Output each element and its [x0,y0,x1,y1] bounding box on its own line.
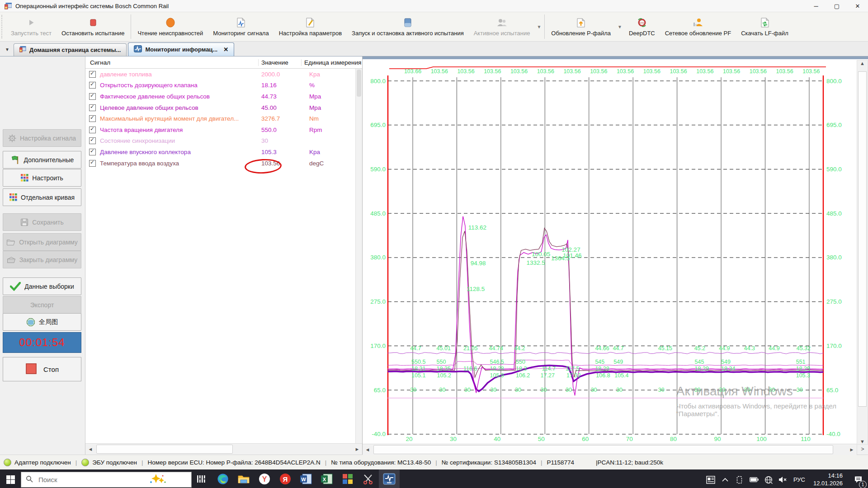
window-title: Операционный интерфейс системы Bosch Com… [15,3,169,9]
tab-home[interactable]: Домашняя страница системы... [14,43,127,56]
search-input[interactable] [38,475,143,484]
taskbar-icon-explorer[interactable] [233,469,254,488]
network-globe-icon[interactable] [762,469,775,488]
table-vertical-scrollbar[interactable] [355,69,362,443]
scroll-left-arrow[interactable]: ◄ [363,444,373,455]
taskbar-icon-taskview[interactable] [192,469,212,488]
row-checkbox[interactable] [89,93,96,100]
sidebar-button-отдельная-кривая[interactable]: Отдельная кривая [3,188,81,206]
row-checkbox[interactable] [89,82,96,89]
widgets-icon[interactable] [704,469,717,488]
svg-text:105.9: 105.9 [490,372,504,379]
svg-text:18.31: 18.31 [411,366,425,372]
toolbar-grip[interactable] [1,15,5,38]
toolbar-button-остановить-испытание[interactable]: Остановить испытание [57,12,129,41]
taskbar-clock[interactable]: 14:16 12.01.2026 [809,472,847,487]
row-checkbox[interactable] [89,137,96,144]
chart-horizontal-scrollbar[interactable]: ◄ ► [363,444,857,455]
phone-link-icon[interactable] [733,469,746,488]
svg-text:103.56: 103.56 [590,68,607,75]
volume-muted-icon[interactable] [776,469,790,488]
scroll-up-arrow[interactable]: ▲ [860,61,865,66]
word-icon: W [300,474,312,486]
close-button[interactable]: ✕ [847,0,868,12]
taskbar-icon-word[interactable]: W [296,469,316,488]
taskbar-search-box[interactable] [21,472,192,488]
status-item: Номер версии ECU: Номер P-файла: 2648B4D… [147,459,320,466]
row-checkbox[interactable] [89,127,96,133]
signal-chart[interactable]: 800.0800.0695.0695.0590.0590.0485.0485.0… [363,59,854,446]
toolbar-button-запуск-и-остановка-активного-испытания[interactable]: Запуск и остановка активного испытания [347,12,469,41]
toolbar-button-настройка-параметров[interactable]: Настройка параметров [274,12,347,41]
svg-text:551: 551 [796,359,806,365]
chevron-up-icon[interactable] [718,469,732,488]
maximize-button[interactable]: ▢ [826,0,847,12]
taskbar-icon-edge[interactable] [212,469,233,488]
status-separator: | [540,459,543,466]
dropdown-arrow-icon[interactable]: ▼ [616,12,624,41]
scroll-left-arrow[interactable]: ◄ [85,444,95,455]
toolbar-button-сетевое-обновление-pf[interactable]: Сетевое обновление PF [660,12,736,41]
taskbar-icon-winrar[interactable] [337,469,358,488]
row-checkbox[interactable] [89,149,96,155]
table-row[interactable]: Давление впускного коллектора105.3Kpa [85,146,362,158]
toolbar-button-мониторинг-сигнала[interactable]: Мониторинг сигнала [208,12,274,41]
taskbar-icon-yandex[interactable]: Я [275,469,296,488]
sidebar: Настройка сигналаДополнительныеНастроить… [0,56,85,455]
tab-list-dropdown[interactable]: ▼ [3,45,12,54]
table-row[interactable]: Температура ввода воздуха103.56degC [85,158,362,169]
floppy-icon [20,218,28,226]
table-horizontal-scrollbar[interactable]: ◄ ► [85,443,362,455]
chart-vertical-scrollbar[interactable]: ▲ ▼ [857,60,868,445]
row-checkbox[interactable] [89,71,96,78]
language-indicator[interactable]: РУС [791,476,808,483]
sidebar-button-данные-выборки[interactable]: Данные выборки [3,277,81,295]
table-row[interactable]: Частота вращения двигателя550.0Rpm [85,124,362,136]
table-row[interactable]: Состояние синхронизации30 [85,136,362,147]
start-button[interactable] [0,469,21,488]
title-bar: Операционный интерфейс системы Bosch Com… [0,0,868,12]
svg-text:103.56: 103.56 [484,68,501,75]
row-checkbox[interactable] [89,115,96,122]
signal-table-body: давление топлива2000.0KpaОткрытость дози… [85,69,362,443]
taskbar-icon-app-wave[interactable] [379,469,400,488]
taskbar-icon-ybrowser[interactable]: Y [254,469,275,488]
status-text: № типа оборудования: MC13.48-50 [331,459,431,466]
sidebar-button-全局图[interactable]: 全局图 [3,313,81,331]
table-row[interactable]: давление топлива2000.0Kpa [85,69,362,80]
table-row[interactable]: Фактическое давление общих рельсов44.73M… [85,91,362,102]
sidebar-button-настроить[interactable]: Настроить [3,169,81,187]
dropdown-arrow-icon[interactable]: ▼ [535,12,543,41]
table-row[interactable]: Целевое давление общих рельсов45.00Mpa [85,102,362,113]
yandex-icon: Я [279,473,291,487]
sidebar-button-label: Сохранить [32,219,64,226]
svg-text:117.5: 117.5 [566,366,579,372]
svg-text:30: 30 [616,387,623,393]
scroll-corner-button[interactable]: > [857,444,868,455]
battery-icon[interactable] [747,469,761,488]
toolbar-button-обновление-p-файла[interactable]: Обновление P-файла [546,12,616,41]
tab-monitoring[interactable]: Мониторинг информац...✕ [128,42,234,56]
status-separator: | [324,459,328,466]
scroll-right-arrow[interactable]: ► [352,444,362,455]
signal-value: 105.3 [257,149,304,155]
toolbar-button-чтение-неисправностей[interactable]: Чтение неисправностей [132,12,208,41]
notification-center-icon[interactable]: 1 [848,469,868,488]
tab-close-icon[interactable]: ✕ [223,46,228,53]
minimize-button[interactable]: ─ [806,0,826,12]
taskbar-icon-excel[interactable]: X [316,469,337,488]
svg-text:106.8: 106.8 [596,372,610,379]
table-row[interactable]: Открытость дозирующего клапана18.16% [85,80,362,91]
row-checkbox[interactable] [89,104,96,111]
scroll-right-arrow[interactable]: ► [847,444,857,455]
svg-text:44.74: 44.74 [489,345,503,352]
toolbar-button-deepdtc[interactable]: DTCDeepDTC [624,12,660,41]
toolbar-button-скачать-lf-файл[interactable]: Скачать LF-файл [736,12,793,41]
svg-text:Я: Я [283,475,288,483]
table-row[interactable]: Максимальный крутящий момент для двигате… [85,113,362,124]
row-checkbox[interactable] [89,160,96,167]
sidebar-button-дополнительные[interactable]: Дополнительные [3,151,81,169]
taskbar-icon-snip[interactable] [358,469,379,488]
scroll-down-arrow[interactable]: ▼ [860,439,865,444]
stop-button[interactable]: Стоп [3,357,81,381]
